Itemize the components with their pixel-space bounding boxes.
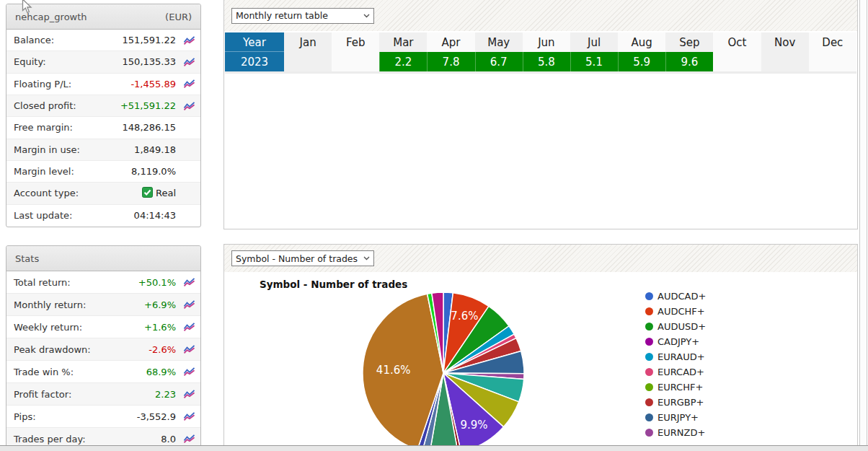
row-label: Trade win %: xyxy=(14,367,146,377)
row-value: 04:14:43 xyxy=(134,210,176,221)
monthly-return-table: YearJanFebMarAprMayJunJulAugSepOctNovDec… xyxy=(225,32,856,71)
legend-color-dot xyxy=(645,353,653,361)
legend-item[interactable]: EURNZD+ xyxy=(645,425,706,440)
mini-chart-icon[interactable] xyxy=(180,322,195,333)
month-header: Feb xyxy=(332,32,379,52)
stats-row: Monthly return:+6.9% xyxy=(6,293,200,315)
mini-chart-icon[interactable] xyxy=(180,35,195,45)
pie-slice-label: 7.6% xyxy=(451,310,478,323)
month-header: Jan xyxy=(284,32,332,52)
legend-item[interactable]: EURAUD+ xyxy=(645,349,706,364)
account-row: Free margin:148,286.15 xyxy=(6,116,200,138)
year-column-header: Year xyxy=(225,32,284,52)
legend-item[interactable]: AUDCHF+ xyxy=(645,304,706,319)
return-cell: 6.7 xyxy=(475,52,523,71)
row-value: -1,455.89 xyxy=(130,79,176,89)
legend-color-dot xyxy=(645,398,653,406)
row-label: Margin in use: xyxy=(14,144,134,155)
row-label: Account type: xyxy=(14,188,142,198)
row-label: Trades per day: xyxy=(14,434,161,445)
return-cell xyxy=(713,52,761,71)
icon-spacer xyxy=(180,144,195,155)
stats-row: Profit factor:2.23 xyxy=(6,382,200,405)
stats-row: Pips:-3,552.9 xyxy=(6,405,200,427)
checked-checkbox-icon xyxy=(142,187,153,200)
horizontal-scrollbar[interactable] xyxy=(0,445,868,451)
symbol-trades-panel: Symbol - Number of trades Symbol - Numbe… xyxy=(223,244,858,451)
stats-row: Weekly return:+1.6% xyxy=(6,315,200,338)
legend-item[interactable]: EURCHF+ xyxy=(645,380,706,395)
pie-slice-label: 41.6% xyxy=(376,364,411,377)
legend-color-dot xyxy=(645,292,653,300)
legend-item[interactable]: EURCAD+ xyxy=(645,364,706,380)
mini-chart-icon[interactable] xyxy=(180,411,195,422)
mini-chart-icon[interactable] xyxy=(180,344,195,355)
row-label: Balance: xyxy=(14,35,123,45)
legend-color-dot xyxy=(645,323,653,330)
return-cell: 5.8 xyxy=(523,52,570,71)
month-header: Dec xyxy=(809,32,856,52)
account-row: Balance:151,591.22 xyxy=(6,30,200,51)
row-label: Profit factor: xyxy=(14,389,155,400)
row-label: Margin level: xyxy=(14,166,131,177)
row-value: +50.1% xyxy=(138,277,176,288)
mini-chart-icon[interactable] xyxy=(180,277,195,288)
account-row: Closed profit:+51,591.22 xyxy=(6,95,200,116)
month-header: Sep xyxy=(665,32,713,52)
return-cell xyxy=(809,52,856,71)
vertical-scrollbar[interactable] xyxy=(859,0,867,445)
stats-panel: Stats Total return:+50.1%Monthly return:… xyxy=(6,245,201,451)
row-value: 2.23 xyxy=(155,389,176,400)
row-label: Last update: xyxy=(14,210,134,221)
mini-chart-icon[interactable] xyxy=(180,434,195,445)
legend-label: AUDUSD+ xyxy=(657,321,706,332)
mouse-cursor-icon xyxy=(22,0,32,17)
row-value: 151,591.22 xyxy=(123,35,176,45)
stats-row: Trade win %:68.9% xyxy=(6,360,200,382)
stats-row: Total return:+50.1% xyxy=(6,271,200,293)
legend-color-dot xyxy=(645,338,653,346)
legend-item[interactable]: EURGBP+ xyxy=(645,395,706,410)
account-row: Last update:04:14:43 xyxy=(6,204,200,226)
row-label: Weekly return: xyxy=(14,322,144,333)
legend-color-dot xyxy=(645,413,653,421)
row-label: Closed profit: xyxy=(14,100,120,111)
mini-chart-icon[interactable] xyxy=(180,389,195,400)
legend-item[interactable]: CADJPY+ xyxy=(645,334,706,349)
symbol-pie-chart: 7.6%9.9%41.6% xyxy=(224,272,857,450)
row-value: -2.6% xyxy=(149,344,176,355)
row-value: 68.9% xyxy=(146,367,176,377)
row-label: Pips: xyxy=(14,411,137,422)
row-label: Free margin: xyxy=(14,122,123,133)
row-value: -3,552.9 xyxy=(137,411,176,422)
legend-label: AUDCHF+ xyxy=(657,306,705,317)
mini-chart-icon[interactable] xyxy=(180,79,195,89)
return-cell xyxy=(284,52,332,71)
mini-chart-icon[interactable] xyxy=(180,367,195,377)
symbol-chart-body: Symbol - Number of trades 7.6%9.9%41.6% … xyxy=(224,272,857,450)
legend-color-dot xyxy=(645,383,653,391)
account-summary-panel: nehcap_growth (EUR) Balance:151,591.22Eq… xyxy=(6,4,201,227)
icon-spacer xyxy=(180,210,195,221)
mini-chart-icon[interactable] xyxy=(180,56,195,67)
account-row: Margin in use:1,849.18 xyxy=(6,139,200,160)
symbol-chart-select[interactable]: Symbol - Number of trades xyxy=(231,250,374,266)
legend-label: EURAUD+ xyxy=(657,351,705,362)
legend-item[interactable]: AUDCAD+ xyxy=(645,289,706,304)
legend-item[interactable]: AUDUSD+ xyxy=(645,319,706,334)
month-header: Nov xyxy=(761,32,809,52)
mini-chart-icon[interactable] xyxy=(180,100,195,111)
month-header: Aug xyxy=(618,32,665,52)
legend-item[interactable]: EURJPY+ xyxy=(645,410,706,425)
month-header: Jul xyxy=(570,32,618,52)
year-cell: 2023 xyxy=(225,52,284,71)
monthly-view-select[interactable]: Monthly return table xyxy=(231,8,374,24)
legend-label: EURGBP+ xyxy=(657,397,704,408)
table-bottom-strip xyxy=(225,71,856,74)
mini-chart-icon[interactable] xyxy=(180,299,195,310)
month-header: May xyxy=(475,32,523,52)
legend-color-dot xyxy=(645,307,653,315)
row-value: +51,591.22 xyxy=(120,100,176,111)
month-header: Apr xyxy=(427,32,474,52)
row-value: 8.0 xyxy=(161,434,176,445)
